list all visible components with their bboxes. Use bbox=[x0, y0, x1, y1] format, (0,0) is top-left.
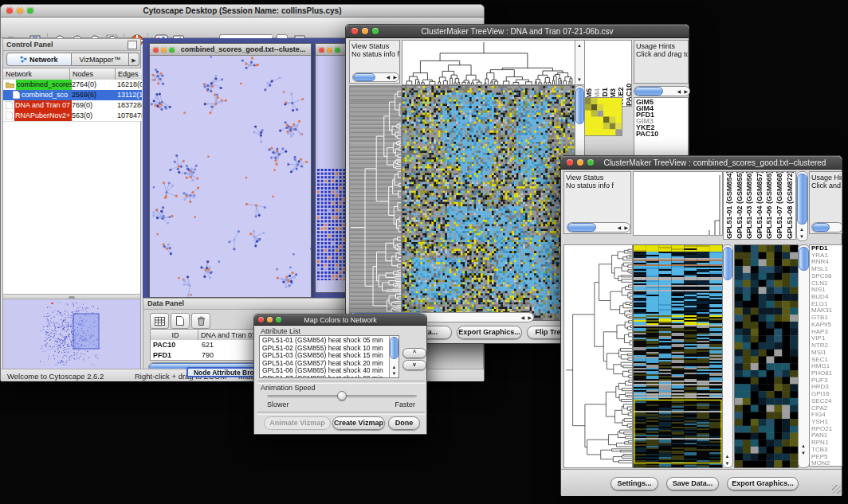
scroll-up-icon[interactable]: ▲ bbox=[725, 454, 730, 459]
tv2-export-graphics-button[interactable]: Export Graphics... bbox=[727, 477, 799, 490]
tv1-column-dendrogram-canvas[interactable] bbox=[402, 40, 575, 85]
network1-titlebar[interactable]: combined_scores_good.txt--cluste... bbox=[150, 44, 311, 56]
scroll-right-icon[interactable]: ▶ bbox=[393, 75, 397, 80]
scroll-up-icon[interactable]: ▲ bbox=[392, 365, 397, 369]
scrollbar-thumb[interactable] bbox=[812, 223, 830, 232]
column-label[interactable]: GPL51-02 (GSM855) bbox=[735, 172, 745, 239]
zoom-button[interactable] bbox=[276, 317, 281, 322]
scroll-down-icon[interactable]: ▼ bbox=[392, 371, 397, 376]
tv2-row-dendrogram-canvas[interactable] bbox=[563, 244, 633, 468]
tv1-heatmap-canvas[interactable] bbox=[402, 85, 575, 321]
close-button[interactable] bbox=[258, 317, 264, 322]
zoom-button[interactable] bbox=[372, 28, 379, 34]
scrollbar-thumb[interactable] bbox=[799, 247, 809, 271]
column-label[interactable]: GIM4 bbox=[593, 41, 601, 106]
row-label[interactable]: PAC10 bbox=[634, 131, 688, 137]
attribute-select-button[interactable] bbox=[150, 313, 169, 329]
attribute-list-vscrollbar[interactable]: ▲ ▼ bbox=[389, 336, 398, 377]
attribute-listbox[interactable]: GPL51-01 (GSM854) heat shock 05 minGPL51… bbox=[259, 335, 399, 378]
move-down-button[interactable]: v bbox=[402, 360, 426, 370]
minimize-button[interactable] bbox=[327, 47, 332, 53]
panel-splitter[interactable] bbox=[3, 294, 140, 299]
network-row-dna-tran[interactable]: DNA and Tran 07 769(0) 183728(0) bbox=[3, 100, 142, 111]
scroll-up-icon[interactable]: ▲ bbox=[801, 443, 806, 448]
zoom-button[interactable] bbox=[335, 47, 340, 53]
resize-grip[interactable] bbox=[832, 485, 841, 494]
column-label[interactable]: PFD1 bbox=[601, 41, 609, 106]
scrollbar-thumb[interactable] bbox=[797, 174, 807, 225]
zoom-button[interactable] bbox=[27, 7, 33, 14]
attribute-item[interactable]: GPL51-07 (GSM868) heat shock 60 min bbox=[260, 375, 389, 379]
minimize-button[interactable] bbox=[267, 317, 273, 322]
network-row-combined-sco-selected[interactable]: combined_sco 2569(6) 13112(15) bbox=[3, 90, 142, 100]
network-table-header-nodes[interactable]: Nodes bbox=[70, 68, 116, 80]
network-row-combined-scores[interactable]: combined_scores 2764(0) 16218(0) bbox=[3, 80, 142, 90]
tv2-global-heatmap-canvas[interactable] bbox=[633, 244, 723, 468]
tv2-settings-button[interactable]: Settings... bbox=[610, 477, 658, 490]
tv2-save-data-button[interactable]: Save Data... bbox=[666, 477, 719, 490]
dialog-titlebar[interactable]: Map Colors to Network bbox=[254, 315, 426, 326]
scroll-left-icon[interactable]: ◀ bbox=[677, 89, 681, 94]
move-up-button[interactable]: ^ bbox=[402, 348, 426, 358]
close-button[interactable] bbox=[153, 47, 159, 53]
column-label[interactable]: GPL51-03 (GSM856) bbox=[744, 172, 755, 239]
create-vizmap-button[interactable]: Create Vizmap bbox=[332, 416, 385, 430]
close-button[interactable] bbox=[567, 159, 573, 166]
tv1-correlation-matrix-canvas[interactable] bbox=[584, 97, 622, 136]
tv1-usage-hscrollbar[interactable]: ◀ ▶ bbox=[634, 86, 690, 96]
scroll-right-icon[interactable]: ▶ bbox=[624, 225, 628, 230]
scroll-down-icon[interactable]: ▼ bbox=[725, 461, 730, 466]
tv2-zoom-vscrollbar[interactable]: ▲ ▼ bbox=[798, 244, 810, 468]
birdseye-view-canvas[interactable] bbox=[3, 299, 140, 372]
scrollbar-thumb[interactable] bbox=[390, 337, 398, 359]
treeview1-titlebar[interactable]: ClusterMaker TreeView : DNA and Tran 07-… bbox=[346, 25, 689, 38]
zoom-button[interactable] bbox=[169, 47, 175, 53]
float-panel-icon[interactable] bbox=[128, 41, 137, 49]
close-button[interactable] bbox=[6, 7, 13, 14]
scroll-left-icon[interactable]: ◀ bbox=[617, 225, 621, 230]
scroll-up-icon[interactable]: ▲ bbox=[577, 43, 582, 48]
column-label[interactable]: PAC10 bbox=[625, 41, 632, 106]
animate-vizmap-button[interactable]: Animate Vizmap bbox=[264, 416, 331, 430]
column-label[interactable]: GPL51-01 (GSM854) bbox=[724, 172, 735, 239]
tab-overflow-button[interactable]: ▶ bbox=[129, 53, 139, 66]
scrollbar-thumb[interactable] bbox=[634, 87, 663, 96]
minimize-button[interactable] bbox=[17, 7, 23, 14]
scrollbar-thumb[interactable] bbox=[353, 73, 375, 81]
usage-hints-hscrollbar[interactable] bbox=[811, 222, 842, 232]
column-label[interactable]: GPL51-06 (GSM865) bbox=[764, 172, 775, 239]
treeview2-titlebar[interactable]: ClusterMaker TreeView : combined_scores_… bbox=[561, 156, 842, 170]
tv1-row-dendrogram-canvas[interactable] bbox=[349, 85, 402, 321]
minimize-button[interactable] bbox=[161, 47, 167, 53]
tab-vizmapper[interactable]: VizMapper™ bbox=[72, 53, 129, 66]
tv2-column-dendrogram-canvas[interactable] bbox=[633, 171, 723, 236]
view-status-hscrollbar[interactable]: ◀ ▶ bbox=[567, 222, 630, 232]
column-label[interactable]: GIM5 bbox=[585, 41, 593, 106]
network-table-header-network[interactable]: Network bbox=[3, 68, 70, 80]
gene-label[interactable]: MON2 bbox=[810, 460, 842, 467]
scroll-right-icon[interactable]: ▶ bbox=[684, 89, 688, 94]
scroll-left-icon[interactable]: ◀ bbox=[386, 75, 390, 80]
scroll-right-icon[interactable]: ▶ bbox=[528, 315, 532, 320]
column-label[interactable]: YKE2 bbox=[617, 41, 625, 106]
scroll-down-icon[interactable]: ▼ bbox=[801, 451, 806, 455]
main-titlebar[interactable]: Cytoscape Desktop (Session Name: collins… bbox=[1, 5, 484, 18]
tv1-export-graphics-button[interactable]: Export Graphics... bbox=[457, 326, 522, 339]
close-button[interactable] bbox=[319, 47, 324, 53]
scroll-up-icon[interactable]: ▲ bbox=[799, 227, 804, 232]
done-button[interactable]: Done bbox=[388, 416, 420, 430]
minimize-button[interactable] bbox=[577, 159, 583, 166]
tv2-global-vscrollbar[interactable]: ▲ ▼ bbox=[722, 244, 733, 468]
tv2-collabel-vscrollbar[interactable]: ▲ ▼ bbox=[796, 171, 808, 241]
minimize-button[interactable] bbox=[362, 28, 368, 34]
network-row-rnapuber[interactable]: RNAPuberNov2+ 563(0) 107847(0) bbox=[3, 111, 142, 121]
new-attribute-button[interactable] bbox=[171, 313, 190, 329]
scrollbar-thumb[interactable] bbox=[723, 247, 732, 280]
tab-network[interactable]: Network bbox=[6, 53, 72, 66]
network-table-header-edges[interactable]: Edges bbox=[116, 68, 142, 80]
column-label[interactable]: GIM3 bbox=[609, 41, 617, 106]
network-view-canvas[interactable] bbox=[150, 56, 311, 297]
delete-attribute-button[interactable] bbox=[191, 313, 210, 329]
column-label[interactable]: GPL51-08 (GSM872) bbox=[785, 172, 795, 239]
animation-speed-slider-thumb[interactable] bbox=[337, 391, 347, 400]
